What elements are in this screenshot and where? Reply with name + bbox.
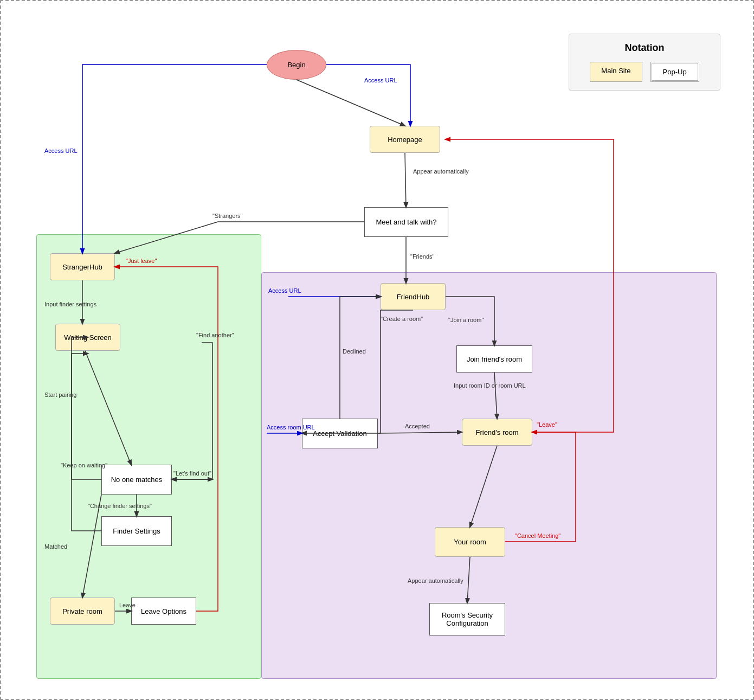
- leave-options-node: Leave Options: [131, 598, 196, 625]
- input-room-id-label: Input room ID or room URL: [454, 382, 526, 389]
- input-finder-label: Input finder settings: [44, 301, 96, 307]
- declined-label: Declined: [343, 348, 366, 355]
- private-room-node: Private room: [50, 598, 115, 625]
- homepage-node: Homepage: [370, 126, 440, 153]
- change-finder-label: "Change finder settings": [88, 503, 152, 509]
- your-room-node: Your room: [435, 527, 505, 557]
- canvas: Notation Main Site Pop-Up Begin Homepage…: [0, 0, 754, 700]
- appear-auto-label-2: Appear automatically: [408, 577, 463, 584]
- start-pairing-label: Start pairing: [44, 391, 76, 398]
- access-url-label-2: Access URL: [44, 147, 78, 154]
- stranger-hub-node: StrangerHub: [50, 253, 115, 280]
- svg-line-1: [405, 153, 406, 207]
- no-one-matches-node: No one matches: [101, 465, 172, 495]
- finder-settings-node: Finder Settings: [101, 516, 172, 546]
- accepted-label: Accepted: [405, 423, 430, 429]
- join-friends-room-node: Join friend's room: [456, 345, 532, 373]
- friends-label: "Friends": [410, 253, 435, 260]
- begin-node: Begin: [267, 50, 326, 80]
- lets-find-out-label: "Let's find out": [173, 470, 211, 477]
- accept-validation-node: Accept Validation: [302, 419, 378, 448]
- access-url-label-3: Access URL: [268, 287, 301, 294]
- leave-red-label: "Leave": [537, 421, 557, 428]
- notation-title: Notation: [580, 42, 709, 54]
- keep-waiting-label: "Keep on waiting": [61, 462, 107, 468]
- join-a-room-label: "Join a room": [448, 317, 484, 323]
- notation-popup: Pop-Up: [650, 62, 699, 82]
- leave-label: Leave: [119, 602, 136, 608]
- create-a-room-label: "Create a room": [381, 316, 423, 322]
- strangers-label: "Strangers": [212, 213, 243, 219]
- friends-room-node: Friend's room: [462, 419, 532, 446]
- cancel-meeting-label: "Cancel Meeting": [515, 532, 560, 539]
- access-room-url-label: Access room URL: [267, 424, 315, 431]
- friend-hub-node: FriendHub: [381, 283, 446, 310]
- svg-line-0: [297, 80, 405, 126]
- notation-main-site: Main Site: [590, 62, 642, 82]
- rooms-security-node: Room's Security Configuration: [429, 603, 505, 635]
- meet-talk-node: Meet and talk with?: [364, 207, 448, 237]
- notation-box: Notation Main Site Pop-Up: [569, 34, 720, 91]
- matched-label: Matched: [44, 543, 67, 550]
- waiting-screen-node: Waiting Screen: [55, 324, 120, 351]
- find-another-label: "Find another": [196, 332, 234, 338]
- notation-items: Main Site Pop-Up: [580, 62, 709, 82]
- access-url-label-1: Access URL: [364, 77, 397, 84]
- just-leave-label: "Just leave": [126, 258, 157, 264]
- appear-auto-label-1: Appear automatically: [413, 168, 469, 175]
